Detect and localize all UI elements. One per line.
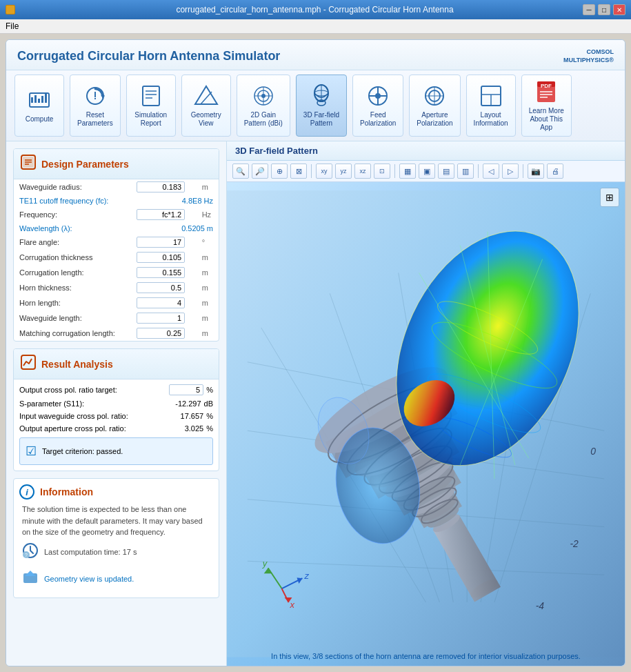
- zoom-fit-button[interactable]: ⊕: [271, 164, 288, 179]
- print-button[interactable]: 🖨: [547, 164, 563, 179]
- menu-file[interactable]: File: [6, 21, 19, 31]
- hornthick-value-cell[interactable]: [131, 280, 197, 295]
- layout-icon: [479, 83, 503, 108]
- zoom-in-button[interactable]: 🔍: [232, 164, 249, 179]
- result-target-unit: %: [206, 386, 213, 394]
- corrugation-thickness-input[interactable]: [137, 252, 185, 263]
- information-section: i Information The solution time is expec…: [13, 478, 219, 598]
- geometry-view-label: GeometryView: [191, 111, 221, 128]
- input-pol-label: Input waveguide cross pol. ratio:: [19, 412, 128, 420]
- grid-button[interactable]: ▦: [399, 164, 416, 179]
- param-value-cell[interactable]: [131, 179, 197, 195]
- corrthick-label: Corrugation thickness: [14, 250, 131, 265]
- view-options-button[interactable]: ⊞: [600, 188, 619, 207]
- svg-text:-4: -4: [536, 600, 545, 611]
- svg-rect-1: [31, 97, 33, 103]
- zoom-box-button[interactable]: ⊠: [290, 164, 307, 179]
- computation-row: ? Last computation time: 17 s: [19, 538, 213, 566]
- screenshot-button[interactable]: 📷: [528, 164, 544, 179]
- result-row-output-pol: Output aperture cross pol. ratio: 3.025 …: [14, 422, 219, 435]
- hidden-button[interactable]: ▥: [457, 164, 474, 179]
- svg-marker-14: [195, 86, 217, 104]
- compute-button[interactable]: Compute: [14, 75, 64, 137]
- corrlen-unit: m: [197, 265, 219, 280]
- 3d-scene[interactable]: 0 -2 -4: [227, 182, 625, 666]
- param-row: Corrugation length: m: [14, 265, 219, 280]
- simulation-report-button[interactable]: SimulationReport: [126, 75, 176, 137]
- matchcorr-unit: m: [197, 326, 219, 341]
- design-parameters-section: Design Parameters Waveguide radius: m TE…: [13, 148, 219, 342]
- aperture-polarization-button[interactable]: AperturePolarization: [409, 75, 460, 137]
- view-yz-button[interactable]: yz: [335, 164, 352, 179]
- param-row: Corrugation thickness m: [14, 250, 219, 265]
- svg-rect-2: [34, 95, 37, 103]
- main-content: Design Parameters Waveguide radius: m TE…: [6, 141, 625, 666]
- hornthick-unit: m: [197, 280, 219, 295]
- learn-more-button[interactable]: PDF Learn MoreAbout ThisApp: [521, 75, 572, 137]
- freq-value-cell[interactable]: [131, 207, 197, 222]
- corrthick-value-cell[interactable]: [131, 250, 197, 265]
- antenna-visualization: 0 -2 -4: [227, 182, 625, 666]
- svg-rect-4: [41, 96, 43, 103]
- waveguide-length-input[interactable]: [137, 313, 185, 324]
- corrlen-value-cell[interactable]: [131, 265, 197, 280]
- toolbar: Compute ResetParameters: [6, 70, 625, 141]
- corrthick-unit: m: [197, 250, 219, 265]
- layout-information-button[interactable]: LayoutInformation: [466, 75, 516, 137]
- toolbar-separator4: [523, 164, 523, 178]
- wireframe-button[interactable]: ▤: [438, 164, 454, 179]
- waveguide-radius-input[interactable]: [137, 181, 185, 192]
- zoom-out-button[interactable]: 🔎: [252, 164, 268, 179]
- hornlen-label: Horn length:: [14, 295, 131, 310]
- frequency-input[interactable]: [137, 209, 185, 220]
- 3d-farfield-icon: [309, 83, 334, 108]
- hornlen-value-cell[interactable]: [131, 295, 197, 310]
- surface-button[interactable]: ▣: [419, 164, 435, 179]
- 2d-gain-button[interactable]: 2D GainPattern (dBi): [237, 75, 290, 137]
- toolbar-separator2: [394, 164, 395, 178]
- view-xy-button[interactable]: xy: [316, 164, 332, 179]
- feed-pol-label: FeedPolarization: [360, 111, 396, 128]
- close-button[interactable]: ✕: [613, 4, 625, 15]
- matchcorr-value-cell[interactable]: [131, 326, 197, 341]
- svg-text:z: z: [303, 571, 309, 582]
- comsol-logo: COMSOL MULTIPHYSICS®: [563, 48, 614, 64]
- view-xz-button[interactable]: xz: [354, 164, 371, 179]
- reset-parameters-button[interactable]: ResetParameters: [70, 75, 121, 137]
- geometry-view-button[interactable]: GeometryView: [181, 75, 231, 137]
- report-icon: [139, 83, 163, 108]
- maximize-button[interactable]: □: [598, 4, 610, 15]
- flare-label: Flare angle:: [14, 235, 131, 250]
- computation-time-text: Last computation time: 17 s: [44, 548, 137, 556]
- window-controls[interactable]: ─ □ ✕: [583, 4, 625, 15]
- compute-label: Compute: [26, 115, 54, 123]
- app-title: Corrugated Circular Horn Antenna Simulat…: [17, 49, 280, 63]
- horn-thickness-input[interactable]: [137, 282, 185, 293]
- menu-bar: File: [0, 19, 631, 34]
- minimize-button[interactable]: ─: [583, 4, 595, 15]
- view-3d-button[interactable]: ⊡: [374, 164, 390, 179]
- left-panel: Design Parameters Waveguide radius: m TE…: [6, 141, 227, 666]
- app-window: Corrugated Circular Horn Antenna Simulat…: [6, 39, 625, 666]
- flare-value-cell[interactable]: [131, 235, 197, 250]
- info-content: i Information The solution time is expec…: [14, 479, 219, 597]
- design-params-header: Design Parameters: [14, 149, 219, 179]
- cross-pol-target-input[interactable]: [169, 384, 203, 395]
- flare-angle-input[interactable]: [137, 237, 185, 248]
- output-pol-unit: %: [206, 424, 213, 433]
- wavelen-value-cell[interactable]: [131, 310, 197, 326]
- te11-label: TE11 cutoff frequency (fc):: [14, 195, 131, 207]
- logo-line1: COMSOL: [563, 48, 614, 57]
- result-row-input-pol: Input waveguide cross pol. ratio: 17.657…: [14, 410, 219, 422]
- 3d-farfield-button[interactable]: 3D Far-fieldPattern: [296, 75, 347, 137]
- corrugation-length-input[interactable]: [137, 267, 185, 278]
- param-unit: m: [197, 179, 219, 195]
- geo-update-icon: [22, 569, 39, 589]
- compute-icon: [27, 88, 52, 112]
- prev-frame-button[interactable]: ◁: [483, 164, 499, 179]
- next-frame-button[interactable]: ▷: [502, 164, 519, 179]
- freq-unit: Hz: [197, 207, 219, 222]
- feed-polarization-button[interactable]: FeedPolarization: [352, 75, 403, 137]
- horn-length-input[interactable]: [137, 297, 185, 308]
- matching-corrugation-input[interactable]: [137, 328, 185, 339]
